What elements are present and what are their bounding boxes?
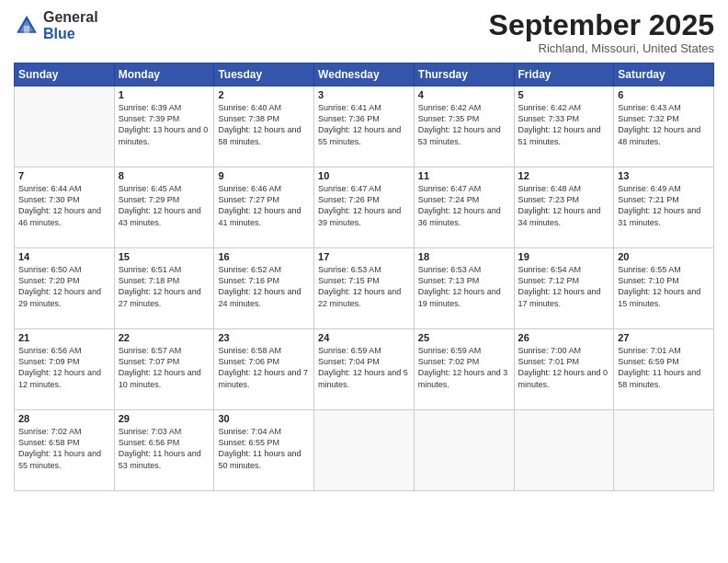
col-sunday: Sunday [15, 63, 115, 86]
day-number: 14 [18, 251, 110, 262]
logo-general: General [43, 9, 98, 25]
col-monday: Monday [114, 63, 214, 86]
day-detail: Sunrise: 6:49 AMSunset: 7:21 PMDaylight:… [618, 183, 710, 228]
table-row: 27 Sunrise: 7:01 AMSunset: 6:59 PMDaylig… [614, 329, 714, 410]
location: Richland, Missouri, United States [489, 41, 714, 55]
day-number: 30 [218, 413, 310, 424]
day-number: 11 [418, 170, 510, 181]
table-row: 28 Sunrise: 7:02 AMSunset: 6:58 PMDaylig… [15, 410, 115, 491]
day-detail: Sunrise: 7:01 AMSunset: 6:59 PMDaylight:… [618, 345, 710, 390]
day-detail: Sunrise: 6:42 AMSunset: 7:33 PMDaylight:… [518, 102, 610, 147]
table-row: 24 Sunrise: 6:59 AMSunset: 7:04 PMDaylig… [314, 329, 415, 410]
title-block: September 2025 Richland, Missouri, Unite… [489, 9, 714, 55]
day-detail: Sunrise: 6:59 AMSunset: 7:04 PMDaylight:… [318, 345, 410, 390]
day-number: 20 [618, 251, 710, 262]
day-number: 4 [418, 89, 510, 100]
table-row: 11 Sunrise: 6:47 AMSunset: 7:24 PMDaylig… [414, 167, 514, 248]
logo-blue: Blue [43, 26, 75, 41]
calendar-week-row: 21 Sunrise: 6:56 AMSunset: 7:09 PMDaylig… [15, 329, 714, 410]
table-row [414, 410, 514, 491]
day-number: 28 [18, 413, 110, 424]
table-row: 5 Sunrise: 6:42 AMSunset: 7:33 PMDayligh… [514, 86, 614, 167]
day-detail: Sunrise: 6:53 AMSunset: 7:13 PMDaylight:… [418, 264, 510, 309]
day-detail: Sunrise: 6:50 AMSunset: 7:20 PMDaylight:… [18, 264, 110, 309]
day-detail: Sunrise: 7:03 AMSunset: 6:56 PMDaylight:… [119, 426, 210, 471]
col-saturday: Saturday [614, 63, 714, 86]
col-thursday: Thursday [414, 63, 514, 86]
day-detail: Sunrise: 6:43 AMSunset: 7:32 PMDaylight:… [618, 102, 710, 147]
day-number: 26 [518, 332, 610, 343]
table-row: 16 Sunrise: 6:52 AMSunset: 7:16 PMDaylig… [214, 248, 314, 329]
day-detail: Sunrise: 6:59 AMSunset: 7:02 PMDaylight:… [418, 345, 510, 390]
logo: General Blue [14, 9, 98, 41]
day-number: 27 [618, 332, 710, 343]
day-detail: Sunrise: 6:44 AMSunset: 7:30 PMDaylight:… [18, 183, 110, 228]
logo-icon [14, 13, 40, 39]
table-row: 4 Sunrise: 6:42 AMSunset: 7:35 PMDayligh… [414, 86, 514, 167]
calendar-week-row: 28 Sunrise: 7:02 AMSunset: 6:58 PMDaylig… [15, 410, 714, 491]
table-row: 13 Sunrise: 6:49 AMSunset: 7:21 PMDaylig… [614, 167, 714, 248]
day-detail: Sunrise: 6:55 AMSunset: 7:10 PMDaylight:… [618, 264, 710, 309]
day-number: 19 [518, 251, 610, 262]
day-number: 29 [119, 413, 210, 424]
table-row: 8 Sunrise: 6:45 AMSunset: 7:29 PMDayligh… [114, 167, 214, 248]
day-number: 3 [318, 89, 410, 100]
table-row: 6 Sunrise: 6:43 AMSunset: 7:32 PMDayligh… [614, 86, 714, 167]
table-row: 17 Sunrise: 6:53 AMSunset: 7:15 PMDaylig… [314, 248, 415, 329]
table-row: 14 Sunrise: 6:50 AMSunset: 7:20 PMDaylig… [15, 248, 115, 329]
calendar-header-row: Sunday Monday Tuesday Wednesday Thursday… [15, 63, 714, 86]
table-row: 21 Sunrise: 6:56 AMSunset: 7:09 PMDaylig… [15, 329, 115, 410]
table-row [15, 86, 115, 167]
day-number: 22 [119, 332, 210, 343]
table-row: 2 Sunrise: 6:40 AMSunset: 7:38 PMDayligh… [214, 86, 314, 167]
day-number: 6 [618, 89, 710, 100]
table-row: 7 Sunrise: 6:44 AMSunset: 7:30 PMDayligh… [15, 167, 115, 248]
day-number: 13 [618, 170, 710, 181]
day-number: 8 [119, 170, 210, 181]
day-number: 21 [18, 332, 110, 343]
day-number: 5 [518, 89, 610, 100]
table-row: 23 Sunrise: 6:58 AMSunset: 7:06 PMDaylig… [214, 329, 314, 410]
day-detail: Sunrise: 6:39 AMSunset: 7:39 PMDaylight:… [119, 102, 210, 147]
day-detail: Sunrise: 6:45 AMSunset: 7:29 PMDaylight:… [119, 183, 210, 228]
day-number: 7 [18, 170, 110, 181]
table-row: 9 Sunrise: 6:46 AMSunset: 7:27 PMDayligh… [214, 167, 314, 248]
day-detail: Sunrise: 6:51 AMSunset: 7:18 PMDaylight:… [119, 264, 210, 309]
col-friday: Friday [514, 63, 614, 86]
day-detail: Sunrise: 6:46 AMSunset: 7:27 PMDaylight:… [218, 183, 310, 228]
day-number: 25 [418, 332, 510, 343]
day-detail: Sunrise: 6:40 AMSunset: 7:38 PMDaylight:… [218, 102, 310, 147]
table-row: 20 Sunrise: 6:55 AMSunset: 7:10 PMDaylig… [614, 248, 714, 329]
calendar-week-row: 14 Sunrise: 6:50 AMSunset: 7:20 PMDaylig… [15, 248, 714, 329]
day-number: 16 [218, 251, 310, 262]
table-row: 3 Sunrise: 6:41 AMSunset: 7:36 PMDayligh… [314, 86, 415, 167]
table-row: 12 Sunrise: 6:48 AMSunset: 7:23 PMDaylig… [514, 167, 614, 248]
day-detail: Sunrise: 6:52 AMSunset: 7:16 PMDaylight:… [218, 264, 310, 309]
day-detail: Sunrise: 6:42 AMSunset: 7:35 PMDaylight:… [418, 102, 510, 147]
table-row: 1 Sunrise: 6:39 AMSunset: 7:39 PMDayligh… [114, 86, 214, 167]
table-row [514, 410, 614, 491]
day-detail: Sunrise: 6:47 AMSunset: 7:26 PMDaylight:… [318, 183, 410, 228]
day-number: 9 [218, 170, 310, 181]
table-row: 30 Sunrise: 7:04 AMSunset: 6:55 PMDaylig… [214, 410, 314, 491]
col-tuesday: Tuesday [214, 63, 314, 86]
day-number: 12 [518, 170, 610, 181]
day-detail: Sunrise: 6:57 AMSunset: 7:07 PMDaylight:… [119, 345, 210, 390]
table-row: 15 Sunrise: 6:51 AMSunset: 7:18 PMDaylig… [114, 248, 214, 329]
table-row: 10 Sunrise: 6:47 AMSunset: 7:26 PMDaylig… [314, 167, 415, 248]
day-number: 24 [318, 332, 410, 343]
day-detail: Sunrise: 6:56 AMSunset: 7:09 PMDaylight:… [18, 345, 110, 390]
table-row: 18 Sunrise: 6:53 AMSunset: 7:13 PMDaylig… [414, 248, 514, 329]
table-row: 22 Sunrise: 6:57 AMSunset: 7:07 PMDaylig… [114, 329, 214, 410]
logo-text: General Blue [43, 9, 98, 41]
day-number: 23 [218, 332, 310, 343]
day-detail: Sunrise: 6:58 AMSunset: 7:06 PMDaylight:… [218, 345, 310, 390]
page-container: General Blue September 2025 Richland, Mi… [0, 0, 728, 500]
table-row [314, 410, 415, 491]
day-number: 1 [119, 89, 210, 100]
svg-rect-2 [24, 26, 29, 33]
day-number: 18 [418, 251, 510, 262]
col-wednesday: Wednesday [314, 63, 415, 86]
day-detail: Sunrise: 6:47 AMSunset: 7:24 PMDaylight:… [418, 183, 510, 228]
header: General Blue September 2025 Richland, Mi… [14, 9, 714, 55]
